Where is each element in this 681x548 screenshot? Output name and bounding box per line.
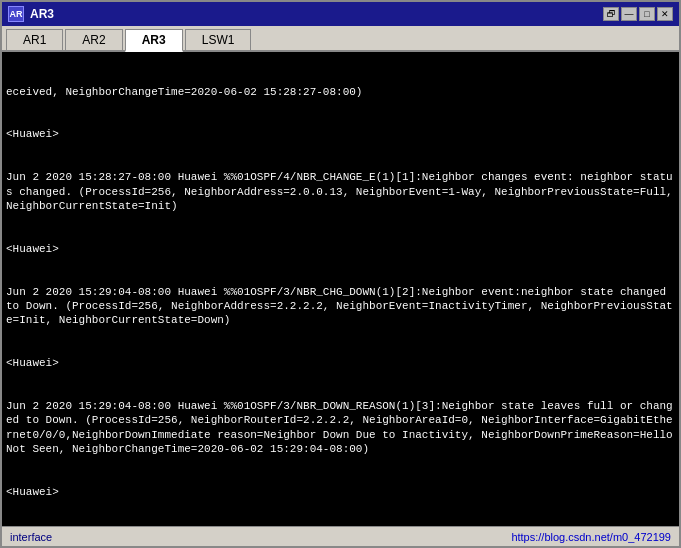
status-url: https://blog.csdn.net/m0_472199 — [511, 531, 671, 543]
console-line: Jun 2 2020 15:29:04-08:00 Huawei %%01OSP… — [6, 285, 675, 328]
console-area[interactable]: eceived, NeighborChangeTime=2020-06-02 1… — [2, 52, 679, 526]
status-left: interface — [10, 531, 52, 543]
console-line: <Huawei> — [6, 127, 675, 141]
console-line: <Huawei> — [6, 242, 675, 256]
console-line: <Huawei> — [6, 485, 675, 499]
console-line: <Huawei> — [6, 356, 675, 370]
window-title: AR3 — [30, 7, 54, 21]
maximize-button[interactable]: □ — [639, 7, 655, 21]
tab-ar2[interactable]: AR2 — [65, 29, 122, 50]
tab-ar1[interactable]: AR1 — [6, 29, 63, 50]
status-bar: interface https://blog.csdn.net/m0_47219… — [2, 526, 679, 546]
title-bar: AR AR3 🗗 — □ ✕ — [2, 2, 679, 26]
minimize-button[interactable]: — — [621, 7, 637, 21]
window-icon: AR — [8, 6, 24, 22]
main-window: AR AR3 🗗 — □ ✕ AR1 AR2 AR3 LSW1 eceived,… — [0, 0, 681, 548]
tab-lsw1[interactable]: LSW1 — [185, 29, 252, 50]
tab-ar3[interactable]: AR3 — [125, 29, 183, 52]
restore-button[interactable]: 🗗 — [603, 7, 619, 21]
console-content: eceived, NeighborChangeTime=2020-06-02 1… — [6, 56, 675, 526]
console-line: eceived, NeighborChangeTime=2020-06-02 1… — [6, 85, 675, 99]
title-bar-left: AR AR3 — [8, 6, 54, 22]
tab-bar: AR1 AR2 AR3 LSW1 — [2, 26, 679, 52]
title-controls: 🗗 — □ ✕ — [603, 7, 673, 21]
console-line: Jun 2 2020 15:28:27-08:00 Huawei %%01OSP… — [6, 170, 675, 213]
close-button[interactable]: ✕ — [657, 7, 673, 21]
console-line: Jun 2 2020 15:29:04-08:00 Huawei %%01OSP… — [6, 399, 675, 456]
